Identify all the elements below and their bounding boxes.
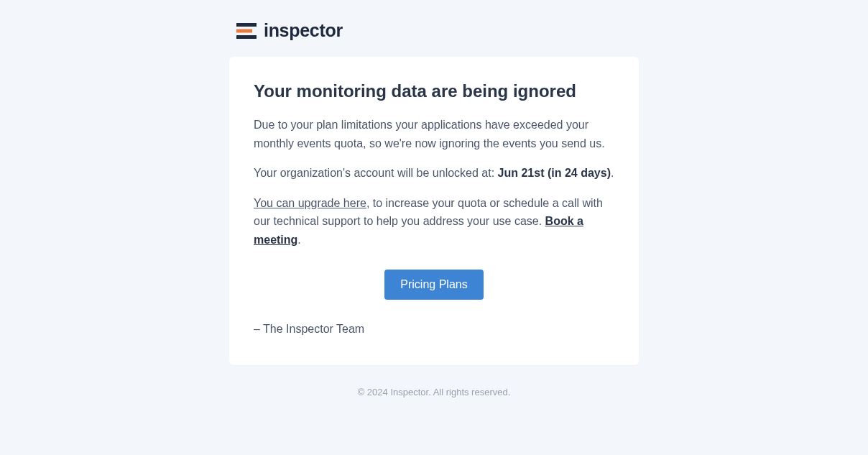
card-title: Your monitoring data are being ignored [254,81,614,101]
inspector-logo-icon [236,23,257,39]
signature: – The Inspector Team [254,320,614,339]
footer-copyright: © 2024 Inspector. All rights reserved. [229,387,639,397]
paragraph-upgrade: You can upgrade here, to increase your q… [254,194,614,249]
message-card: Your monitoring data are being ignored D… [229,57,639,365]
upgrade-suffix: . [297,234,300,246]
upgrade-link[interactable]: You can upgrade here [254,197,366,209]
pricing-plans-button[interactable]: Pricing Plans [384,270,483,300]
unlock-suffix: . [611,167,614,179]
unlock-prefix: Your organization's account will be unlo… [254,167,498,179]
svg-rect-1 [236,29,252,32]
svg-rect-2 [236,35,257,39]
paragraph-unlock: Your organization's account will be unlo… [254,164,614,183]
button-wrap: Pricing Plans [254,270,614,300]
email-container: inspector Your monitoring data are being… [229,20,639,397]
unlock-date: Jun 21st (in 24 days) [498,167,611,179]
paragraph-quota: Due to your plan limitations your applic… [254,116,614,152]
logo-text: inspector [264,20,343,41]
svg-rect-0 [236,23,257,27]
logo-area: inspector [229,20,639,41]
